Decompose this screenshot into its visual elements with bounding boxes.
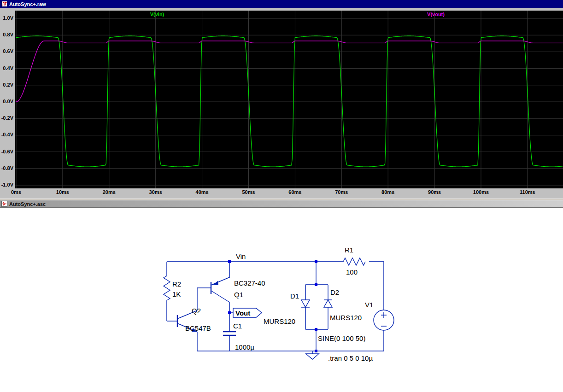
x-axis-label: 10ms bbox=[44, 189, 81, 195]
diode-d2[interactable] bbox=[324, 300, 332, 307]
schematic-file-icon[interactable] bbox=[1, 201, 7, 207]
x-axis-label: 30ms bbox=[137, 189, 174, 195]
waveform-window-title: AutoSync+.raw bbox=[9, 1, 46, 7]
label-c1-name[interactable]: C1 bbox=[233, 322, 242, 330]
y-axis-label: 0.0V bbox=[3, 99, 13, 104]
y-axis-label: -0.8V bbox=[1, 165, 13, 171]
x-axis-label: 100ms bbox=[463, 189, 499, 195]
label-c1-value[interactable]: 1000µ bbox=[235, 343, 254, 351]
label-d1-name[interactable]: D1 bbox=[290, 292, 299, 300]
x-axis-label: 90ms bbox=[416, 189, 453, 195]
resistor-r2[interactable] bbox=[164, 276, 170, 300]
schematic-canvas[interactable]: Vout Vin R2 1K BC327-40 Q1 Q2 BC547B C1 … bbox=[0, 208, 563, 392]
x-axis-labels: 0ms10ms20ms30ms40ms50ms60ms70ms80ms90ms1… bbox=[15, 189, 563, 196]
x-axis-label: 110ms bbox=[509, 189, 546, 195]
ltspice-application: AutoSync+.raw V(vin) V(vout) 1.0V0.8V0.6… bbox=[0, 0, 563, 392]
port-vout[interactable]: Vout bbox=[233, 308, 262, 317]
y-axis-label: -0.4V bbox=[1, 132, 13, 137]
voltage-source-v1[interactable] bbox=[374, 310, 394, 330]
label-q2-model[interactable]: BC547B bbox=[185, 324, 211, 332]
label-r2-value[interactable]: 1K bbox=[172, 290, 181, 298]
ground-symbol[interactable] bbox=[306, 354, 319, 359]
x-axis-label: 0ms bbox=[0, 189, 35, 195]
label-q1-model[interactable]: BC327-40 bbox=[234, 279, 265, 287]
x-axis-label: 80ms bbox=[369, 189, 406, 195]
y-axis-label: -0.2V bbox=[1, 115, 13, 121]
diode-d1[interactable] bbox=[301, 300, 310, 307]
x-axis-label: 40ms bbox=[184, 189, 221, 195]
y-axis-label: 0.8V bbox=[3, 32, 13, 37]
y-axis-label: 1.0V bbox=[3, 15, 13, 21]
y-axis-label: -1.0V bbox=[1, 182, 13, 187]
y-axis-label: 0.4V bbox=[3, 65, 13, 71]
schematic-window-titlebar[interactable]: AutoSync+.asc bbox=[0, 200, 563, 208]
label-q1-name[interactable]: Q1 bbox=[234, 291, 243, 298]
x-axis-label: 70ms bbox=[323, 189, 360, 195]
plot-area[interactable]: V(vin) V(vout) bbox=[15, 11, 563, 188]
waveform-plot[interactable] bbox=[15, 11, 563, 188]
x-axis-label: 20ms bbox=[91, 189, 128, 195]
y-axis-labels: 1.0V0.8V0.6V0.4V0.2V0.0V-0.2V-0.4V-0.6V-… bbox=[0, 8, 14, 199]
label-r2-name[interactable]: R2 bbox=[172, 280, 181, 288]
x-axis-label: 50ms bbox=[230, 189, 267, 195]
transistor-q1[interactable] bbox=[211, 277, 229, 302]
label-v1-value[interactable]: SINE(0 100 50) bbox=[318, 334, 365, 342]
label-q2-name[interactable]: Q2 bbox=[192, 307, 201, 315]
schematic-window-title: AutoSync+.asc bbox=[9, 201, 46, 207]
port-vout-label[interactable]: Vout bbox=[235, 309, 250, 317]
net-label-vin[interactable]: Vin bbox=[236, 252, 246, 260]
spice-directive[interactable]: .tran 0 5 0 10µ bbox=[328, 354, 373, 362]
schematic-pane[interactable]: Vout Vin R2 1K BC327-40 Q1 Q2 BC547B C1 … bbox=[0, 208, 563, 392]
label-d1-model[interactable]: MURS120 bbox=[264, 317, 295, 325]
x-axis-label: 60ms bbox=[276, 189, 313, 195]
y-axis-label: 0.2V bbox=[3, 82, 13, 88]
plot-grid bbox=[15, 11, 563, 188]
y-axis-label: -0.6V bbox=[1, 149, 13, 154]
wire-junctions bbox=[228, 260, 317, 352]
legend-vout[interactable]: V(vout) bbox=[420, 12, 452, 17]
label-d2-model[interactable]: MURS120 bbox=[330, 314, 362, 322]
label-r1-value[interactable]: 100 bbox=[346, 268, 358, 276]
resistor-r1[interactable] bbox=[343, 258, 365, 265]
label-v1-name[interactable]: V1 bbox=[365, 301, 373, 309]
legend-vin[interactable]: V(vin) bbox=[141, 12, 173, 17]
waveform-pane: V(vin) V(vout) 1.0V0.8V0.6V0.4V0.2V0.0V-… bbox=[0, 8, 563, 199]
label-r1-name[interactable]: R1 bbox=[345, 246, 353, 254]
y-axis-label: 0.6V bbox=[3, 48, 13, 54]
waveform-window-titlebar[interactable]: AutoSync+.raw bbox=[0, 0, 563, 8]
waveform-file-icon[interactable] bbox=[1, 1, 7, 7]
label-d2-name[interactable]: D2 bbox=[330, 288, 339, 296]
capacitor-c1[interactable] bbox=[223, 332, 236, 335]
